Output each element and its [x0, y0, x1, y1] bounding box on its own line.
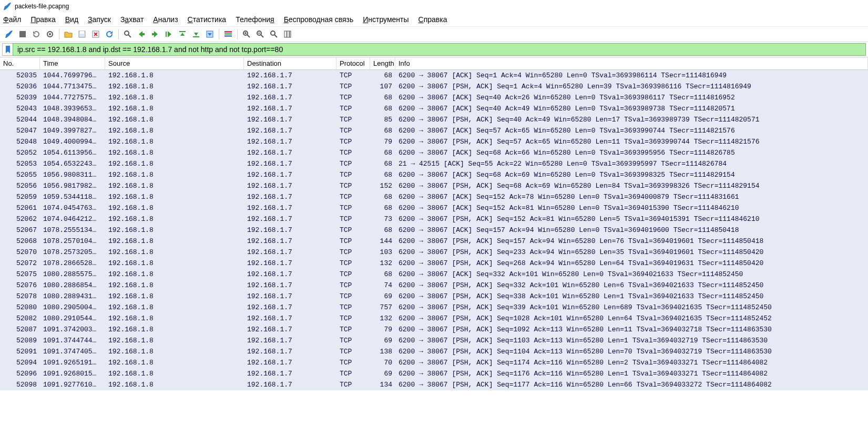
- goto-last-button[interactable]: [190, 28, 202, 40]
- cell-proto: TCP: [336, 72, 370, 79]
- cell-dst: 192.168.1.7: [244, 259, 336, 267]
- cell-dst: 192.168.1.7: [244, 83, 336, 90]
- zoom-reset-button[interactable]: [268, 28, 280, 40]
- table-row[interactable]: 520361044.7713475…192.168.1.8192.168.1.7…: [0, 81, 868, 92]
- menu-edit[interactable]: Правка: [30, 15, 55, 24]
- menu-help[interactable]: Справка: [418, 15, 447, 24]
- cell-dst: 192.168.1.7: [244, 381, 336, 389]
- svg-rect-11: [224, 31, 232, 33]
- cell-dst: 192.168.1.7: [244, 171, 336, 179]
- zoom-in-button[interactable]: [241, 28, 252, 40]
- cell-info: 6200 → 38067 [PSH, ACK] Seq=1174 Ack=116…: [395, 359, 868, 367]
- cell-dst: 192.168.1.7: [244, 94, 336, 102]
- table-row[interactable]: 520801080.2905004…192.168.1.8192.168.1.7…: [0, 302, 868, 313]
- cell-src: 192.168.1.8: [105, 337, 244, 344]
- zoom-out-button[interactable]: [254, 28, 266, 40]
- table-row[interactable]: 520521054.6113956…192.168.1.8192.168.1.7…: [0, 147, 868, 158]
- cell-src: 192.168.1.8: [105, 359, 244, 367]
- cell-src: 192.168.1.8: [105, 303, 244, 311]
- auto-scroll-button[interactable]: [204, 28, 216, 40]
- cell-time: 1044.7727575…: [40, 94, 105, 102]
- column-header-no[interactable]: No.: [0, 57, 40, 69]
- resize-columns-button[interactable]: [282, 28, 293, 40]
- menu-statistics[interactable]: Статистика: [188, 15, 227, 24]
- stop-capture-button[interactable]: [17, 28, 28, 40]
- table-row[interactable]: 520471049.3997827…192.168.1.8192.168.1.7…: [0, 125, 868, 136]
- cell-time: 1049.4000994…: [40, 138, 105, 146]
- table-row[interactable]: 520721078.2866528…192.168.1.8192.168.1.7…: [0, 258, 868, 269]
- capture-options-button[interactable]: [44, 28, 56, 40]
- table-row[interactable]: 520751080.2885575…192.168.1.8192.168.1.7…: [0, 269, 868, 280]
- goto-first-button[interactable]: [177, 28, 188, 40]
- column-header-info[interactable]: Info: [395, 57, 868, 69]
- cell-time: 1080.2889431…: [40, 292, 105, 300]
- toolbar-separator: [118, 29, 119, 39]
- reload-button[interactable]: [104, 28, 115, 40]
- column-header-length[interactable]: Length: [370, 57, 395, 69]
- column-header-time[interactable]: Time: [40, 57, 105, 69]
- table-row[interactable]: 520701078.2573205…192.168.1.8192.168.1.7…: [0, 247, 868, 258]
- save-file-button[interactable]: [76, 28, 88, 40]
- cell-info: 6200 → 38067 [PSH, ACK] Seq=68 Ack=69 Wi…: [395, 182, 868, 190]
- menu-capture[interactable]: Захват: [120, 15, 144, 24]
- open-file-button[interactable]: [63, 28, 74, 40]
- table-row[interactable]: 520621074.0464212…192.168.1.8192.168.1.7…: [0, 214, 868, 225]
- table-row[interactable]: 520961091.9268015…192.168.1.8192.168.1.7…: [0, 368, 868, 379]
- colorize-button[interactable]: [222, 28, 234, 40]
- menu-view[interactable]: Вид: [65, 15, 78, 24]
- cell-no: 52082: [0, 315, 40, 322]
- table-row[interactable]: 520761080.2886854…192.168.1.8192.168.1.7…: [0, 280, 868, 291]
- table-row[interactable]: 520671078.2555134…192.168.1.8192.168.1.7…: [0, 225, 868, 236]
- cell-time: 1054.6532243…: [40, 160, 105, 168]
- goto-packet-button[interactable]: [163, 28, 175, 40]
- go-forward-button[interactable]: [149, 28, 161, 40]
- cell-time: 1048.3939653…: [40, 105, 105, 113]
- column-header-protocol[interactable]: Protocol: [336, 57, 370, 69]
- table-row[interactable]: 520431048.3939653…192.168.1.8192.168.1.7…: [0, 103, 868, 114]
- cell-no: 52059: [0, 193, 40, 201]
- table-row[interactable]: 520531054.6532243…192.168.1.8192.168.1.7…: [0, 158, 868, 169]
- restart-capture-button[interactable]: [30, 28, 42, 40]
- start-capture-button[interactable]: [3, 28, 15, 40]
- menu-file[interactable]: Файл: [3, 15, 21, 24]
- table-row[interactable]: 520681078.2570104…192.168.1.8192.168.1.7…: [0, 236, 868, 247]
- table-row[interactable]: 520561056.9817982…192.168.1.8192.168.1.7…: [0, 180, 868, 191]
- cell-no: 52076: [0, 281, 40, 289]
- svg-rect-13: [224, 35, 232, 37]
- cell-no: 52056: [0, 182, 40, 190]
- menu-telephony[interactable]: Телефония: [236, 15, 274, 24]
- cell-no: 52062: [0, 215, 40, 223]
- menu-analyze[interactable]: Анализ: [153, 15, 178, 24]
- find-packet-button[interactable]: [122, 28, 134, 40]
- table-row[interactable]: 520941091.9265191…192.168.1.8192.168.1.7…: [0, 357, 868, 368]
- table-row[interactable]: 520481049.4000994…192.168.1.8192.168.1.7…: [0, 136, 868, 147]
- table-row[interactable]: 520911091.3747405…192.168.1.8192.168.1.7…: [0, 346, 868, 357]
- cell-src: 192.168.1.8: [105, 171, 244, 179]
- table-row[interactable]: 520981091.9277610…192.168.1.8192.168.1.7…: [0, 379, 868, 390]
- svg-rect-19: [290, 31, 291, 37]
- column-header-source[interactable]: Source: [105, 57, 244, 69]
- cell-proto: TCP: [336, 204, 370, 212]
- table-row[interactable]: 520871091.3742003…192.168.1.8192.168.1.7…: [0, 324, 868, 335]
- table-row[interactable]: 520611074.0454763…192.168.1.8192.168.1.7…: [0, 202, 868, 214]
- display-filter-input[interactable]: [13, 43, 866, 56]
- cell-time: 1059.5344118…: [40, 193, 105, 201]
- table-row[interactable]: 520441048.3948084…192.168.1.8192.168.1.7…: [0, 114, 868, 125]
- table-row[interactable]: 520351044.7699796…192.168.1.8192.168.1.7…: [0, 70, 868, 81]
- cell-src: 192.168.1.8: [105, 127, 244, 135]
- table-row[interactable]: 520551056.9808311…192.168.1.8192.168.1.7…: [0, 169, 868, 180]
- column-header-destination[interactable]: Destination: [244, 57, 336, 69]
- table-row[interactable]: 520821080.2910544…192.168.1.8192.168.1.7…: [0, 313, 868, 324]
- table-row[interactable]: 520891091.3744744…192.168.1.8192.168.1.7…: [0, 335, 868, 346]
- svg-rect-18: [287, 31, 289, 37]
- cell-time: 1078.2866528…: [40, 259, 105, 267]
- table-row[interactable]: 520391044.7727575…192.168.1.8192.168.1.7…: [0, 92, 868, 103]
- menu-go[interactable]: Запуск: [88, 15, 111, 24]
- bookmark-filter-icon[interactable]: [2, 43, 13, 56]
- go-back-button[interactable]: [136, 28, 147, 40]
- menu-wireless[interactable]: Беспроводная связь: [284, 15, 354, 24]
- table-row[interactable]: 520781080.2889431…192.168.1.8192.168.1.7…: [0, 291, 868, 302]
- menu-tools[interactable]: Инструменты: [363, 15, 409, 24]
- close-file-button[interactable]: [90, 28, 101, 40]
- table-row[interactable]: 520591059.5344118…192.168.1.8192.168.1.7…: [0, 191, 868, 202]
